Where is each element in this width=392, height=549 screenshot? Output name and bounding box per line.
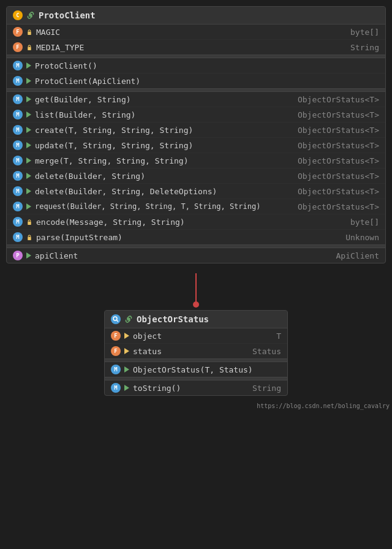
svg-rect-1 [28,47,31,50]
member-name: delete(Builder, String) [35,172,294,181]
member-type: ObjectOrStatus<T> [298,126,379,135]
method-badge: M [111,365,121,374]
member-name: encode(Message, String, String) [36,218,339,227]
lock-icon [26,29,32,36]
visibility-icon [26,62,31,69]
fields-section: F MAGIC byte[] F MEDIA_TYPE String [7,25,385,55]
member-name: get(Builder, String) [35,95,294,104]
method-badge: M [13,110,23,119]
member-name: ProtoClient() [35,61,379,70]
visibility-icon [124,333,129,339]
field-badge: F [111,331,121,341]
chain-icon [124,315,133,324]
method-badge: M [13,202,23,211]
field-badge: F [111,346,121,356]
visibility-icon [26,188,31,194]
member-name: apiClient [35,251,333,260]
table-row: M toString() String [105,381,287,395]
member-type: ObjectOrStatus<T> [298,172,379,181]
method-badge: M [13,232,23,242]
lock-icon [26,44,32,51]
visibility-icon [26,203,31,210]
svg-line-5 [117,320,119,322]
visibility-icon [26,142,31,148]
method-badge: M [13,217,23,227]
member-type: String [244,384,281,393]
method-badge: M [13,140,23,150]
table-row: M ProtoClient(ApiClient) [7,74,385,88]
member-type: ApiClient [336,251,379,260]
member-name: MAGIC [36,28,339,37]
member-type: ObjectOrStatus<T> [298,187,379,196]
member-type: ObjectOrStatus<T> [298,141,379,150]
member-type: ObjectOrStatus<T> [298,156,379,165]
table-row: M create(T, String, String, String) Obje… [7,123,385,138]
method-badge: M [13,76,23,86]
table-row: M parse(InputStream) Unknown [7,230,385,244]
member-name: merge(T, String, String, String) [35,156,294,165]
svg-point-4 [113,317,117,320]
connector [6,273,386,310]
table-row: M get(Builder, String) ObjectOrStatus<T> [7,92,385,107]
visibility-icon [124,385,129,391]
member-name: ProtoClient(ApiClient) [35,77,379,86]
second-card-wrapper: ObjectOrStatus F object T F status Statu… [6,310,386,406]
oos-fields-section: F object T F status Status [105,328,287,358]
member-name: ObjectOrStatus(T, Status) [133,365,281,374]
method-badge: M [13,125,23,135]
connector-dot [193,301,199,308]
property-badge: P [13,251,23,260]
proto-client-card: C ProtoClient F MAGIC byte[] F [6,6,386,263]
search-icon [113,316,119,322]
visibility-icon [26,78,31,84]
member-name: request(Builder, String, String, T, Stri… [35,202,294,211]
table-row: M update(T, String, String, String) Obje… [7,138,385,153]
table-row: M merge(T, String, String, String) Objec… [7,153,385,168]
visibility-icon [26,157,31,164]
field-badge: F [13,27,23,37]
visibility-icon [26,96,31,102]
member-type: String [342,43,379,52]
table-row: M encode(Message, String, String) byte[] [7,214,385,230]
table-row: F status Status [105,344,287,358]
table-row: M request(Builder, String, String, T, St… [7,199,385,214]
oos-methods-section: M toString() String [105,381,287,395]
svg-rect-3 [28,237,31,240]
member-type: Unknown [342,233,379,242]
methods-section: M get(Builder, String) ObjectOrStatus<T>… [7,92,385,244]
member-name: update(T, String, String, String) [35,141,294,150]
member-type: Status [244,347,281,356]
table-row: M ObjectOrStatus(T, Status) [105,362,287,377]
visibility-icon [124,366,129,373]
oos-constructors-section: M ObjectOrStatus(T, Status) [105,362,287,377]
svg-rect-0 [28,31,31,35]
class-badge [111,314,121,324]
visibility-icon [26,252,31,259]
visibility-icon [26,127,31,133]
proto-client-header: C ProtoClient [7,7,385,25]
member-name: MEDIA_TYPE [36,43,339,52]
method-badge: M [13,156,23,165]
member-type: byte[] [342,218,379,227]
connector-line [195,273,197,304]
method-badge: M [13,94,23,104]
member-name: status [133,347,241,356]
lock-icon [26,219,32,225]
member-name: create(T, String, String, String) [35,126,294,135]
object-or-status-title: ObjectOrStatus [137,314,209,324]
table-row: M delete(Builder, String, DeleteOptions)… [7,184,385,199]
watermark: https://blog.csdn.net/boling_cavalry [257,403,390,409]
lock-icon [26,234,32,241]
table-row: F object T [105,328,287,344]
svg-rect-2 [28,221,31,225]
method-badge: M [13,171,23,181]
member-type: ObjectOrStatus<T> [298,110,379,119]
visibility-icon [26,173,31,179]
table-row: P apiClient ApiClient [7,248,385,263]
table-row: M delete(Builder, String) ObjectOrStatus… [7,168,385,184]
member-type: byte[] [342,28,379,37]
member-name: toString() [133,384,241,393]
table-row: F MAGIC byte[] [7,25,385,40]
visibility-icon [26,112,31,118]
member-type: ObjectOrStatus<T> [298,202,379,211]
